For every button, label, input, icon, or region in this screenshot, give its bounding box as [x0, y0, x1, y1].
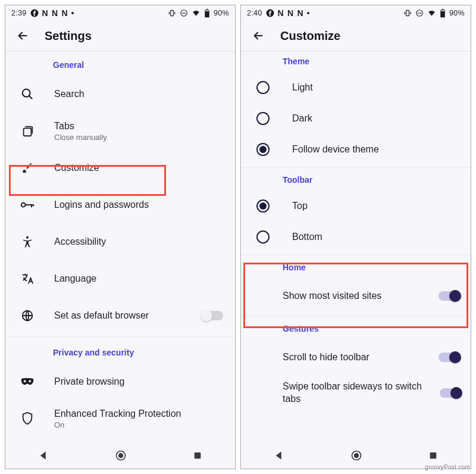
wifi-icon	[192, 9, 201, 17]
theme-follow-device[interactable]: Follow device theme	[241, 134, 471, 165]
label: Bottom	[292, 232, 322, 242]
label: Accessibility	[54, 236, 227, 247]
battery-icon	[204, 9, 210, 18]
theme-dark[interactable]: Dark	[241, 103, 471, 134]
sublabel: On	[54, 420, 227, 429]
settings-row-etp[interactable]: Enhanced Tracking Protection On	[5, 400, 235, 437]
svg-rect-4	[206, 9, 208, 10]
clock: 2:40	[247, 9, 262, 17]
dnd-icon	[415, 9, 424, 17]
label: Tabs	[54, 121, 227, 132]
theme-light[interactable]: Light	[241, 72, 471, 103]
settings-row-accessibility[interactable]: Accessibility	[5, 223, 235, 260]
nav-recent[interactable]	[193, 451, 202, 460]
screenshot-pair: 2:39 N N N 90%	[0, 0, 476, 474]
settings-row-language[interactable]: Language	[5, 260, 235, 297]
label: Swipe toolbar sideways to switch tabs	[283, 381, 431, 406]
nav-home[interactable]	[115, 450, 127, 461]
divider	[241, 316, 471, 317]
brush-icon	[14, 161, 41, 174]
tabs-icon	[14, 124, 41, 138]
header-title: Customize	[280, 29, 340, 43]
default-browser-toggle[interactable]	[202, 311, 223, 320]
label: Set as default browser	[54, 310, 189, 321]
clock: 2:39	[11, 9, 27, 17]
globe-icon	[14, 309, 41, 322]
radio-icon	[256, 230, 270, 244]
search-icon	[14, 88, 41, 101]
svg-point-6	[23, 89, 30, 97]
settings-row-customize[interactable]: Customize	[5, 149, 235, 186]
label: Follow device theme	[292, 144, 379, 155]
svg-point-9	[26, 236, 29, 239]
vibrate-icon	[403, 9, 412, 17]
home-most-visited[interactable]: Show most visited sites	[241, 278, 471, 314]
battery-icon	[440, 9, 446, 18]
label: Light	[292, 82, 313, 93]
label: Top	[292, 201, 308, 211]
most-visited-toggle[interactable]	[439, 291, 460, 301]
label: Enhanced Tracking Protection	[54, 408, 227, 419]
label: Logins and passwords	[54, 199, 227, 210]
settings-row-logins[interactable]: Logins and passwords	[5, 186, 235, 223]
settings-row-default-browser[interactable]: Set as default browser	[5, 297, 235, 334]
customize-list: Theme Light Dark Follow device theme Too…	[241, 52, 471, 442]
svg-rect-1	[171, 10, 174, 15]
app-icon-n3: N	[297, 8, 303, 18]
phone-settings: 2:39 N N N 90%	[5, 5, 236, 469]
section-theme: Theme	[241, 52, 471, 72]
back-button[interactable]	[16, 29, 29, 42]
section-general: General	[5, 52, 235, 76]
settings-row-search[interactable]: Search	[5, 76, 235, 113]
gesture-scroll-hide[interactable]: Scroll to hide toolbar	[241, 339, 471, 375]
battery-percent: 90%	[214, 9, 229, 17]
language-icon	[14, 272, 41, 285]
settings-list: General Search Tabs Close manually	[5, 52, 235, 442]
accessibility-icon	[14, 235, 41, 248]
label: Search	[54, 89, 227, 99]
svg-rect-17	[406, 10, 409, 15]
app-icon-n2: N	[52, 8, 58, 18]
svg-point-23	[355, 454, 359, 458]
swipe-tabs-toggle[interactable]	[440, 388, 460, 398]
radio-icon	[256, 81, 270, 94]
svg-point-8	[21, 203, 26, 207]
section-gestures: Gestures	[241, 319, 471, 339]
back-button[interactable]	[252, 29, 265, 42]
vibrate-icon	[168, 9, 176, 17]
facebook-icon	[266, 9, 274, 17]
toolbar-bottom[interactable]: Bottom	[241, 222, 471, 252]
nav-home[interactable]	[350, 450, 362, 461]
svg-rect-24	[430, 453, 436, 459]
label: Language	[54, 273, 227, 284]
wifi-icon	[427, 9, 436, 17]
section-toolbar: Toolbar	[241, 170, 471, 191]
svg-point-12	[29, 380, 31, 382]
radio-icon	[256, 143, 270, 156]
settings-row-tabs[interactable]: Tabs Close manually	[5, 113, 235, 149]
app-icon-n1: N	[42, 8, 48, 18]
app-icon-n1: N	[278, 8, 284, 18]
app-icon-n2: N	[287, 8, 293, 18]
label: Private browsing	[54, 376, 227, 387]
svg-rect-21	[441, 10, 444, 11]
mask-icon	[14, 375, 41, 388]
battery-percent: 90%	[449, 9, 465, 17]
gesture-swipe-tabs[interactable]: Swipe toolbar sideways to switch tabs	[241, 375, 471, 411]
app-icon-n3: N	[61, 8, 67, 18]
nav-back[interactable]	[274, 450, 284, 461]
svg-rect-20	[442, 9, 444, 10]
toolbar-top[interactable]: Top	[241, 191, 471, 222]
settings-row-private-browsing[interactable]: Private browsing	[5, 363, 235, 400]
nav-recent[interactable]	[428, 451, 438, 460]
status-bar: 2:39 N N N 90%	[5, 5, 235, 21]
divider	[241, 255, 471, 255]
watermark: groovyPost.com	[425, 464, 470, 470]
header-title: Settings	[45, 29, 92, 43]
divider	[241, 167, 471, 168]
label: Customize	[54, 163, 227, 173]
scroll-hide-toggle[interactable]	[439, 353, 460, 362]
svg-rect-15	[194, 453, 201, 459]
phone-customize: 2:40 N N N 90%	[240, 5, 471, 469]
nav-back[interactable]	[38, 450, 49, 461]
